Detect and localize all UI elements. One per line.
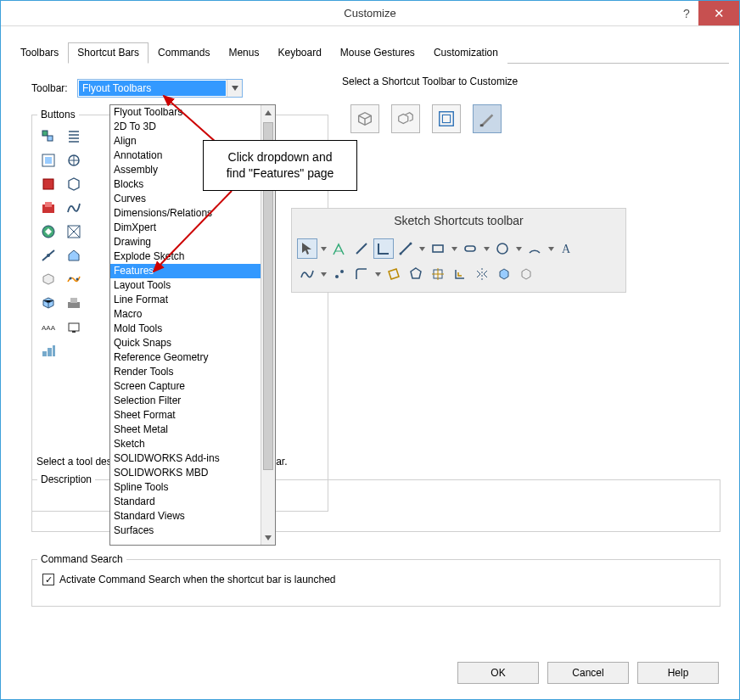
- cube-tool-icon[interactable]: [516, 264, 536, 284]
- chevron-down-icon[interactable]: [482, 247, 491, 251]
- line-tool-icon[interactable]: [351, 238, 372, 259]
- fillet-tool-icon[interactable]: [351, 264, 372, 284]
- command-search-group: Command Search ✓ Activate Command Search…: [31, 559, 720, 607]
- dropdown-item[interactable]: Sheet Metal: [110, 423, 261, 437]
- tab-toolbars[interactable]: Toolbars: [11, 42, 68, 64]
- toolbar-dropdown[interactable]: Flyout Toolbars: [77, 79, 243, 98]
- dropdown-item[interactable]: Flyout Toolbars: [110, 105, 261, 120]
- dropdown-item[interactable]: DimXpert: [110, 221, 261, 235]
- spline-tool-icon[interactable]: [297, 264, 317, 284]
- chevron-down-icon[interactable]: [373, 272, 382, 277]
- dropdown-item[interactable]: Reference Geometry: [110, 350, 261, 365]
- dropdown-item[interactable]: SOLIDWORKS Add-ins: [110, 451, 261, 466]
- tool-icon[interactable]: [39, 222, 58, 241]
- tool-icon[interactable]: [39, 151, 58, 170]
- chevron-down-icon[interactable]: [450, 247, 458, 251]
- chevron-down-icon[interactable]: [547, 247, 555, 251]
- dropdown-item[interactable]: Explode Sketch: [110, 249, 261, 264]
- scroll-up-icon[interactable]: [261, 105, 275, 120]
- dropdown-item[interactable]: Macro: [110, 307, 261, 322]
- chevron-down-icon[interactable]: [514, 247, 523, 251]
- tool-icon[interactable]: [39, 294, 58, 312]
- ok-button[interactable]: OK: [457, 662, 539, 684]
- tool-icon[interactable]: [39, 127, 58, 146]
- tool-icon[interactable]: [64, 294, 83, 312]
- chevron-down-icon[interactable]: [319, 247, 328, 251]
- dialog-footer: OK Cancel Help: [457, 662, 719, 684]
- tool-icon[interactable]: [39, 246, 58, 265]
- dropdown-item[interactable]: Features: [110, 264, 261, 278]
- callout-text: find "Features" page: [214, 165, 346, 182]
- circle-tool-icon[interactable]: [492, 238, 513, 259]
- select-tool-icon[interactable]: [297, 238, 317, 259]
- arc-tool-icon[interactable]: [524, 238, 545, 259]
- tool-icon[interactable]: [64, 199, 83, 217]
- dropdown-item[interactable]: Mold Tools: [110, 322, 261, 336]
- tool-icon[interactable]: [39, 270, 58, 288]
- cube-tool-icon[interactable]: [494, 264, 514, 284]
- dropdown-item[interactable]: 2D To 3D: [110, 120, 261, 134]
- dropdown-item[interactable]: Screen Capture: [110, 379, 261, 394]
- plane-tool-icon[interactable]: [384, 264, 404, 284]
- tool-icon[interactable]: [64, 222, 83, 241]
- tool-icon[interactable]: [64, 270, 83, 288]
- tab-shortcut-bars[interactable]: Shortcut Bars: [68, 42, 149, 64]
- dropdown-item[interactable]: Dimensions/Relations: [110, 206, 261, 221]
- dropdown-item[interactable]: Standard: [110, 495, 261, 509]
- text-tool-icon[interactable]: A: [557, 238, 577, 259]
- rectangle-tool-icon[interactable]: [428, 238, 448, 259]
- help-icon[interactable]: ?: [675, 1, 698, 25]
- dropdown-item[interactable]: Drawing: [110, 235, 261, 249]
- dropdown-item[interactable]: SOLIDWORKS MBD: [110, 466, 261, 480]
- offset-entities-icon[interactable]: [450, 264, 470, 284]
- tab-customization[interactable]: Customization: [424, 42, 507, 64]
- dropdown-item[interactable]: Quick Snaps: [110, 336, 261, 350]
- chevron-down-icon[interactable]: [319, 272, 328, 277]
- tool-icon[interactable]: AAA: [39, 317, 58, 336]
- dropdown-item[interactable]: Standard Views: [110, 509, 261, 524]
- corner-rect-tool-icon[interactable]: [373, 238, 394, 259]
- window-title: Customize: [344, 7, 395, 20]
- buttons-group-label: Buttons: [37, 109, 79, 120]
- shortcut-mode-assembly[interactable]: [391, 104, 420, 133]
- tool-icon[interactable]: [39, 341, 58, 360]
- dropdown-item[interactable]: Line Format: [110, 293, 261, 307]
- tool-icon[interactable]: [64, 127, 83, 146]
- tab-menus[interactable]: Menus: [219, 42, 268, 64]
- tool-icon[interactable]: [64, 246, 83, 265]
- dropdown-item[interactable]: Render Tools: [110, 365, 261, 379]
- tool-icon[interactable]: [39, 175, 58, 193]
- dimension-tool-icon[interactable]: [329, 238, 350, 259]
- mirror-entities-icon[interactable]: [472, 264, 492, 284]
- dropdown-item[interactable]: Spline Tools: [110, 480, 261, 495]
- chevron-down-icon[interactable]: [227, 80, 242, 97]
- shortcut-mode-sketch[interactable]: [473, 104, 502, 133]
- tool-icon[interactable]: [64, 151, 83, 170]
- cancel-button[interactable]: Cancel: [547, 662, 629, 684]
- command-search-checkbox[interactable]: ✓: [42, 574, 54, 585]
- dropdown-item[interactable]: Selection Filter: [110, 394, 261, 408]
- tab-commands[interactable]: Commands: [149, 42, 219, 64]
- shortcut-mode-part[interactable]: [350, 104, 379, 133]
- slot-tool-icon[interactable]: [460, 238, 480, 259]
- dropdown-item[interactable]: Sketch: [110, 437, 261, 451]
- tab-mouse-gestures[interactable]: Mouse Gestures: [331, 42, 424, 64]
- convert-entities-icon[interactable]: [428, 264, 448, 284]
- scroll-down-icon[interactable]: [261, 530, 275, 545]
- tool-icon[interactable]: [39, 199, 58, 217]
- tab-keyboard[interactable]: Keyboard: [268, 42, 330, 64]
- dropdown-item[interactable]: Sheet Format: [110, 408, 261, 423]
- line-tool-icon[interactable]: [395, 238, 416, 259]
- polygon-tool-icon[interactable]: [406, 264, 426, 284]
- chevron-down-icon[interactable]: [418, 247, 426, 251]
- help-button[interactable]: Help: [637, 662, 719, 684]
- close-icon[interactable]: ✕: [698, 1, 739, 25]
- tool-icon[interactable]: [64, 175, 83, 193]
- dropdown-item[interactable]: Curves: [110, 192, 261, 206]
- shortcut-mode-drawing[interactable]: [432, 104, 461, 133]
- dropdown-item[interactable]: Layout Tools: [110, 278, 261, 293]
- dropdown-item[interactable]: Surfaces: [110, 524, 261, 538]
- point-tool-icon[interactable]: [329, 264, 350, 284]
- tool-icon[interactable]: [64, 317, 83, 336]
- svg-rect-2: [480, 124, 484, 126]
